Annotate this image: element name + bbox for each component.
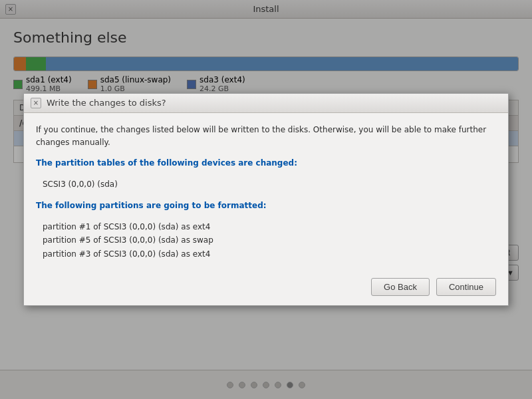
dialog-title: Write the changes to disks? [47,98,166,108]
dialog-section1-header: The partition tables of the following de… [36,157,496,170]
list-item-partition3: partition #3 of SCSI3 (0,0,0) (sda) as e… [43,247,496,261]
dialog-title-bar: × Write the changes to disks? [24,94,508,113]
dialog-intro-text: If you continue, the changes listed belo… [36,124,496,149]
list-item-scsi3: SCSI3 (0,0,0) (sda) [43,178,496,191]
dialog: × Write the changes to disks? If you con… [23,93,509,306]
list-item-partition5: partition #5 of SCSI3 (0,0,0) (sda) as s… [43,233,496,247]
continue-button[interactable]: Continue [436,278,496,296]
dialog-section2-header: The following partitions are going to be… [36,200,496,212]
dialog-section2-list: partition #1 of SCSI3 (0,0,0) (sda) as e… [36,220,496,261]
dialog-footer: Go Back Continue [24,271,508,305]
main-wrapper: × Install Something else [0,0,532,399]
dialog-close-button[interactable]: × [31,98,41,108]
dialog-section1-list: SCSI3 (0,0,0) (sda) [36,178,496,191]
dialog-overlay: × Write the changes to disks? If you con… [0,0,532,399]
dialog-body: If you continue, the changes listed belo… [24,113,508,271]
list-item-partition1: partition #1 of SCSI3 (0,0,0) (sda) as e… [43,220,496,233]
go-back-button[interactable]: Go Back [371,278,430,296]
